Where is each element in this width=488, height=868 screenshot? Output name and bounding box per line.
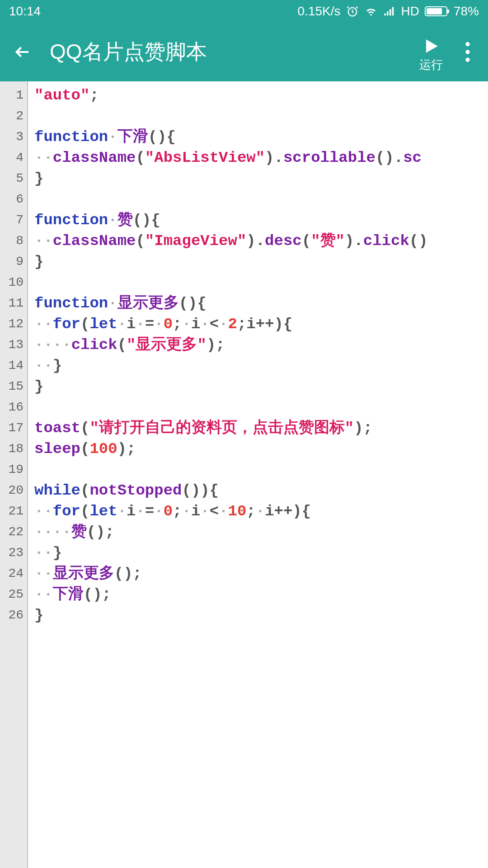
- code-line[interactable]: [34, 397, 488, 418]
- line-number: 12: [0, 314, 23, 335]
- svg-rect-3: [389, 9, 391, 15]
- line-number: 1: [0, 85, 23, 106]
- code-line[interactable]: toast("请打开自己的资料页，点击点赞图标");: [34, 418, 488, 439]
- line-number: 20: [0, 480, 23, 501]
- line-number: 23: [0, 542, 23, 563]
- code-line[interactable]: }: [34, 605, 488, 626]
- app-bar: QQ名片点赞脚本 运行: [0, 23, 488, 81]
- code-line[interactable]: [34, 189, 488, 210]
- battery-icon: [425, 6, 447, 16]
- wifi-icon: [364, 5, 378, 18]
- status-time: 10:14: [9, 4, 41, 19]
- code-line[interactable]: ··下滑();: [34, 584, 488, 605]
- code-line[interactable]: ··}: [34, 542, 488, 563]
- line-number: 14: [0, 355, 23, 376]
- line-gutter: 1234567891011121314151617181920212223242…: [0, 81, 28, 868]
- line-number: 7: [0, 210, 23, 231]
- battery-percent: 78%: [454, 4, 479, 19]
- line-number: 17: [0, 418, 23, 439]
- hd-label: HD: [401, 4, 419, 19]
- line-number: 18: [0, 439, 23, 459]
- line-number: 8: [0, 231, 23, 251]
- more-menu-button[interactable]: [456, 42, 479, 62]
- back-button[interactable]: [9, 38, 36, 66]
- signal-icon: [383, 5, 396, 18]
- code-content[interactable]: "auto"; function·下滑(){··className("AbsLi…: [28, 81, 488, 868]
- line-number: 13: [0, 335, 23, 355]
- code-line[interactable]: [34, 272, 488, 293]
- line-number: 4: [0, 147, 23, 168]
- code-line[interactable]: ··for(let·i·=·0;·i·<·2;i++){: [34, 314, 488, 335]
- line-number: 25: [0, 584, 23, 605]
- code-line[interactable]: "auto";: [34, 85, 488, 106]
- svg-point-7: [465, 58, 469, 62]
- code-line[interactable]: }: [34, 251, 488, 272]
- status-right: 0.15K/s HD 78%: [298, 4, 479, 19]
- code-line[interactable]: ··className("ImageView").desc("赞").click…: [34, 231, 488, 251]
- line-number: 11: [0, 293, 23, 314]
- line-number: 24: [0, 563, 23, 584]
- line-number: 5: [0, 168, 23, 189]
- svg-rect-1: [384, 14, 386, 16]
- code-line[interactable]: while(notStopped()){: [34, 480, 488, 501]
- code-line[interactable]: ····赞();: [34, 522, 488, 542]
- code-editor[interactable]: 1234567891011121314151617181920212223242…: [0, 81, 488, 868]
- network-speed: 0.15K/s: [298, 4, 341, 19]
- line-number: 16: [0, 397, 23, 418]
- page-title: QQ名片点赞脚本: [50, 38, 419, 66]
- line-number: 2: [0, 106, 23, 127]
- svg-rect-4: [392, 7, 394, 16]
- code-line[interactable]: ··for(let·i·=·0;·i·<·10;·i++){: [34, 501, 488, 522]
- code-line[interactable]: }: [34, 376, 488, 397]
- code-line[interactable]: [34, 106, 488, 127]
- run-label: 运行: [419, 57, 443, 73]
- code-line[interactable]: function·赞(){: [34, 210, 488, 231]
- line-number: 6: [0, 189, 23, 210]
- line-number: 15: [0, 376, 23, 397]
- run-button[interactable]: 运行: [419, 32, 443, 73]
- code-line[interactable]: sleep(100);: [34, 439, 488, 459]
- code-line[interactable]: ····click("显示更多");: [34, 335, 488, 355]
- svg-point-5: [465, 42, 469, 46]
- code-line[interactable]: }: [34, 168, 488, 189]
- code-line[interactable]: function·显示更多(){: [34, 293, 488, 314]
- code-line[interactable]: ··显示更多();: [34, 563, 488, 584]
- code-line[interactable]: ··className("AbsListView").scrollable().…: [34, 147, 488, 168]
- svg-rect-2: [387, 11, 389, 15]
- line-number: 26: [0, 605, 23, 626]
- status-bar: 10:14 0.15K/s HD 78%: [0, 0, 488, 23]
- line-number: 22: [0, 522, 23, 542]
- alarm-icon: [346, 5, 359, 18]
- line-number: 9: [0, 251, 23, 272]
- line-number: 19: [0, 459, 23, 480]
- code-line[interactable]: function·下滑(){: [34, 127, 488, 147]
- code-line[interactable]: ··}: [34, 355, 488, 376]
- line-number: 3: [0, 127, 23, 147]
- svg-point-6: [465, 50, 469, 54]
- code-line[interactable]: [34, 459, 488, 480]
- line-number: 21: [0, 501, 23, 522]
- line-number: 10: [0, 272, 23, 293]
